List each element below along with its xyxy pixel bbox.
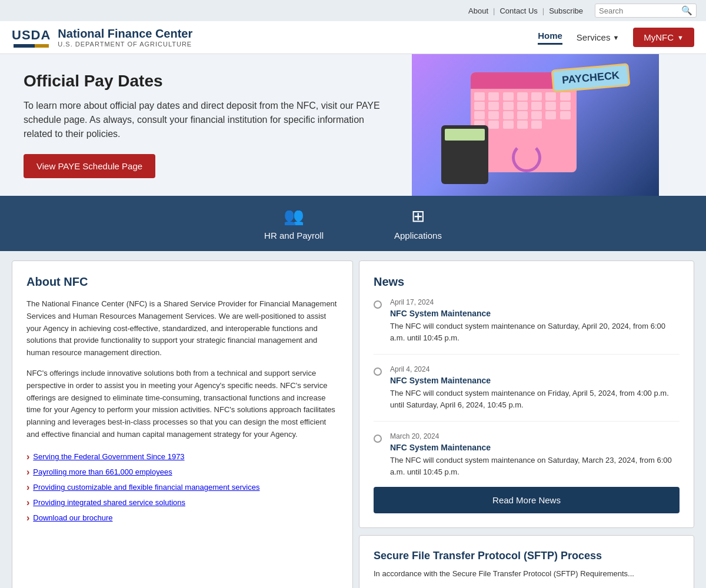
logo-area: USDA National Finance Center U.S. DEPART… [12,27,192,48]
news-date-2: April 4, 2024 [390,365,680,373]
hero-image: PAYCHECK [412,54,659,196]
mynfc-button[interactable]: MyNFC ▼ [633,28,694,47]
top-bar: About | Contact Us | Subscribe 🔍 [0,0,706,21]
about-bullets: Serving the Federal Government Since 197… [26,449,338,526]
bullet-item-2: Payrolling more than 661,000 employees [26,465,338,480]
news-desc-3: The NFC will conduct system maintenance … [390,455,680,477]
applications-label: Applications [394,230,442,240]
news-panel: News April 17, 2024 NFC System Maintenan… [359,260,694,528]
applications-icon: ⊞ [411,206,425,226]
news-dot-3 [374,435,382,443]
bullet-item-4: Providing integrated shared service solu… [26,495,338,510]
news-item-1: April 17, 2024 NFC System Maintenance Th… [374,298,680,355]
paye-schedule-button[interactable]: View PAYE Schedule Page [24,154,155,178]
news-heading-2[interactable]: NFC System Maintenance [390,376,680,385]
news-dot-2 [374,368,382,376]
news-heading-3[interactable]: NFC System Maintenance [390,443,680,452]
news-dot-1 [374,300,382,309]
news-item-2: April 4, 2024 NFC System Maintenance The… [374,365,680,422]
top-about-link[interactable]: About [468,6,488,15]
bullet-item-3: Providing customizable and flexible fina… [26,480,338,495]
header: USDA National Finance Center U.S. DEPART… [0,21,706,54]
hero-content: Official Pay Dates To learn more about o… [0,54,412,196]
about-para1: The National Finance Center (NFC) is a S… [26,298,338,359]
nav-services[interactable]: Services ▼ [577,32,619,42]
top-subscribe-link[interactable]: Subscribe [549,6,583,15]
sftp-panel: Secure File Transfer Protocol (SFTP) Pro… [359,535,694,588]
news-body-3: March 20, 2024 NFC System Maintenance Th… [390,432,680,477]
separator2: | [542,6,544,15]
usda-text: USDA [12,28,51,43]
calculator-graphic [441,125,488,184]
search-button[interactable]: 🔍 [681,5,692,16]
org-name: National Finance Center U.S. DEPARTMENT … [58,27,192,48]
news-heading-1[interactable]: NFC System Maintenance [390,309,680,318]
news-desc-2: The NFC will conduct system maintenance … [390,387,680,410]
search-bar: 🔍 [595,4,697,18]
paycheck-label: PAYCHECK [551,63,631,92]
usda-bar [14,44,49,48]
hr-payroll-icon: 👥 [284,206,304,226]
search-input[interactable] [599,6,681,15]
about-para2: NFC's offerings include innovative solut… [26,368,338,441]
bullet-item-1: Serving the Federal Government Since 197… [26,449,338,465]
news-body-2: April 4, 2024 NFC System Maintenance The… [390,365,680,410]
quick-links-bar: 👥 HR and Payroll ⊞ Applications [0,196,706,251]
bullet-link-5[interactable]: Download our brochure [33,513,112,522]
org-dept: U.S. DEPARTMENT OF AGRICULTURE [58,41,192,48]
about-panel: About NFC The National Finance Center (N… [12,260,353,588]
bullet-link-1[interactable]: Serving the Federal Government Since 197… [33,452,184,461]
news-date-1: April 17, 2024 [390,298,680,306]
paycheck-visual: PAYCHECK [435,66,635,184]
quicklink-hr-payroll[interactable]: 👥 HR and Payroll [229,196,359,251]
news-date-3: March 20, 2024 [390,432,680,440]
news-title: News [374,275,680,289]
bullet-item-5: Download our brochure [26,510,338,526]
usda-logo: USDA [12,28,51,48]
bullet-link-2[interactable]: Payrolling more than 661,000 employees [33,467,172,476]
main-content: About NFC The National Finance Center (N… [0,251,706,588]
org-name-main: National Finance Center [58,27,192,41]
news-desc-1: The NFC will conduct system maintenance … [390,320,680,343]
news-body-1: April 17, 2024 NFC System Maintenance Th… [390,298,680,343]
right-panel: News April 17, 2024 NFC System Maintenan… [359,260,694,588]
calc-screen [445,129,485,141]
read-more-button[interactable]: Read More News [374,487,680,513]
quicklink-applications[interactable]: ⊞ Applications [359,196,477,251]
bullet-link-3[interactable]: Providing customizable and flexible fina… [33,483,259,492]
sftp-desc: In accordance with the Secure File Trans… [374,568,680,580]
hero-description: To learn more about official pay dates a… [24,99,388,141]
mynfc-arrow: ▼ [677,34,684,41]
circle-arrow-graphic [512,143,541,172]
about-title: About NFC [26,275,338,289]
hero-banner: Official Pay Dates To learn more about o… [0,54,706,196]
nav-area: Home Services ▼ MyNFC ▼ [538,28,694,47]
sftp-title: Secure File Transfer Protocol (SFTP) Pro… [374,550,680,562]
top-contact-link[interactable]: Contact Us [499,6,537,15]
news-item-3: March 20, 2024 NFC System Maintenance Th… [374,432,680,477]
hero-title: Official Pay Dates [24,72,388,91]
hr-payroll-label: HR and Payroll [264,230,324,240]
nav-home[interactable]: Home [538,31,562,45]
services-arrow: ▼ [612,34,619,41]
separator1: | [493,6,495,15]
bullet-link-4[interactable]: Providing integrated shared service solu… [33,498,185,507]
